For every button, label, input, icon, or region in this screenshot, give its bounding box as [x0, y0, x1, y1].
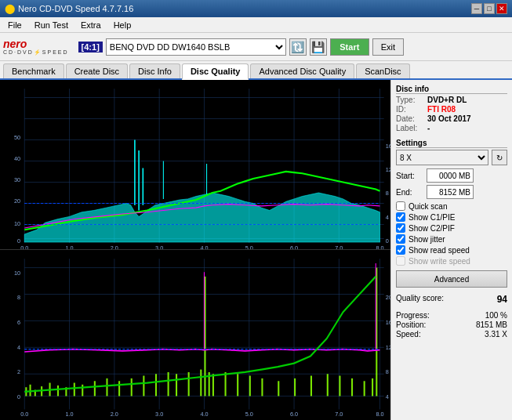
save-icon[interactable]: 💾: [310, 38, 327, 56]
speed-refresh-button[interactable]: ↻: [492, 150, 507, 165]
menu-file[interactable]: File: [3, 19, 27, 31]
svg-text:4: 4: [386, 213, 389, 220]
nero-logo: nero CD·DVD⚡SPEED: [3, 38, 69, 55]
menu-extra[interactable]: Extra: [76, 19, 106, 31]
svg-rect-108: [278, 381, 279, 396]
settings-section: Settings 8 X 1 X 2 X 4 X 6 X Max ↻ Start…: [396, 139, 507, 288]
svg-rect-99: [188, 372, 190, 396]
end-label: End:: [396, 188, 423, 197]
show-write-speed-checkbox[interactable]: [396, 256, 405, 266]
tab-advanced-disc-quality[interactable]: Advanced Disc Quality: [250, 63, 354, 78]
bottom-chart-svg: 0 2 4 6 8 10 4 8 12 16 20 0.0 1.0 2.0 3.…: [0, 250, 390, 420]
settings-title: Settings: [396, 139, 507, 148]
svg-rect-107: [261, 378, 263, 396]
svg-text:30: 30: [14, 176, 20, 183]
svg-text:4.0: 4.0: [200, 244, 208, 249]
svg-text:10: 10: [14, 269, 20, 276]
svg-text:5.0: 5.0: [245, 411, 253, 418]
show-jitter-row: Show jitter: [396, 234, 507, 244]
app-title: Nero CD-DVD Speed 4.7.7.16: [18, 4, 133, 13]
quality-section: Quality score: 94: [396, 294, 507, 305]
svg-rect-105: [237, 374, 238, 396]
svg-text:0: 0: [17, 393, 20, 400]
svg-text:8: 8: [386, 368, 389, 375]
exit-button[interactable]: Exit: [372, 38, 404, 56]
svg-text:1.0: 1.0: [65, 411, 73, 418]
chart-area: 0 10 20 30 40 50 0 4 8 12 16 0.0 1.0 2.0…: [0, 80, 390, 420]
svg-text:12: 12: [386, 166, 390, 173]
svg-rect-94: [131, 378, 133, 396]
speed-row: 8 X 1 X 2 X 4 X 6 X Max ↻: [396, 150, 507, 165]
speed-selector[interactable]: 8 X 1 X 2 X 4 X 6 X Max: [396, 150, 488, 165]
svg-text:7.0: 7.0: [335, 244, 343, 249]
progress-label: Progress:: [396, 311, 430, 320]
tab-disc-info[interactable]: Disc Info: [129, 63, 180, 78]
show-jitter-checkbox[interactable]: [396, 234, 405, 244]
tab-create-disc[interactable]: Create Disc: [66, 63, 128, 78]
nero-subtitle: CD·DVD⚡SPEED: [3, 49, 69, 55]
disc-info-title: Disc info: [396, 85, 507, 94]
show-write-speed-row: Show write speed: [396, 256, 507, 266]
type-label: Type:: [396, 96, 427, 104]
drive-selector[interactable]: BENQ DVD DD DW1640 BSLB: [106, 38, 286, 56]
menu-bar: File Run Test Extra Help: [0, 17, 512, 33]
svg-text:0.0: 0.0: [20, 411, 28, 418]
bottom-chart: 0 2 4 6 8 10 4 8 12 16 20 0.0 1.0 2.0 3.…: [0, 250, 390, 420]
svg-rect-110: [310, 375, 312, 396]
show-c2-pif-checkbox[interactable]: [396, 223, 405, 233]
speed-label: Speed:: [396, 330, 421, 339]
show-c1-pie-row: Show C1/PIE: [396, 212, 507, 222]
svg-text:6.0: 6.0: [290, 411, 298, 418]
svg-text:3.0: 3.0: [155, 411, 163, 418]
svg-text:2: 2: [17, 368, 20, 375]
disc-date-row: Date: 30 Oct 2017: [396, 114, 507, 123]
refresh-icon[interactable]: 🔃: [289, 38, 307, 56]
advanced-button[interactable]: Advanced: [396, 270, 507, 288]
window-controls[interactable]: ─ □ ✕: [471, 3, 507, 14]
label-value: -: [427, 124, 430, 132]
svg-text:7.0: 7.0: [335, 411, 343, 418]
position-row: Position: 8151 MB: [396, 320, 507, 329]
menu-run-test[interactable]: Run Test: [30, 19, 73, 31]
svg-rect-87: [57, 386, 59, 396]
quality-row: Quality score: 94: [396, 294, 507, 305]
show-c2-pif-row: Show C2/PIF: [396, 223, 507, 233]
svg-text:10: 10: [14, 219, 20, 226]
svg-rect-103: [212, 374, 214, 396]
nero-name: nero: [3, 38, 69, 49]
close-button[interactable]: ✕: [496, 3, 507, 14]
quick-scan-checkbox[interactable]: [396, 201, 405, 211]
svg-text:5.0: 5.0: [245, 244, 253, 249]
svg-text:16: 16: [386, 319, 390, 326]
svg-text:0: 0: [386, 237, 389, 244]
tab-disc-quality[interactable]: Disc Quality: [182, 63, 249, 80]
date-label: Date:: [396, 114, 427, 123]
show-read-speed-checkbox[interactable]: [396, 245, 405, 255]
svg-rect-114: [364, 381, 365, 396]
svg-rect-90: [82, 385, 83, 396]
quality-value: 94: [497, 294, 507, 305]
right-panel: Disc info Type: DVD+R DL ID: FTI R08 Dat…: [390, 80, 512, 420]
menu-help[interactable]: Help: [109, 19, 136, 31]
label-label: Label:: [396, 124, 427, 132]
speed-row: Speed: 3.31 X: [396, 330, 507, 339]
svg-text:40: 40: [14, 155, 20, 162]
svg-text:20: 20: [14, 197, 20, 205]
tab-benchmark[interactable]: Benchmark: [3, 63, 64, 78]
start-button[interactable]: Start: [330, 38, 369, 56]
show-c1-pie-checkbox[interactable]: [396, 212, 405, 222]
progress-row: Progress: 100 %: [396, 311, 507, 320]
show-read-speed-row: Show read speed: [396, 245, 507, 255]
svg-rect-89: [74, 383, 75, 396]
svg-text:4: 4: [386, 393, 389, 400]
end-input[interactable]: [427, 185, 474, 199]
show-read-speed-label: Show read speed: [409, 246, 470, 255]
minimize-button[interactable]: ─: [471, 3, 482, 14]
start-input[interactable]: [427, 168, 474, 183]
tab-scan-disc[interactable]: ScanDisc: [356, 63, 409, 78]
type-value: DVD+R DL: [427, 96, 467, 104]
maximize-button[interactable]: □: [484, 3, 495, 14]
speed-value: 3.31 X: [485, 330, 507, 339]
svg-rect-111: [327, 374, 329, 396]
disc-type-row: Type: DVD+R DL: [396, 96, 507, 104]
